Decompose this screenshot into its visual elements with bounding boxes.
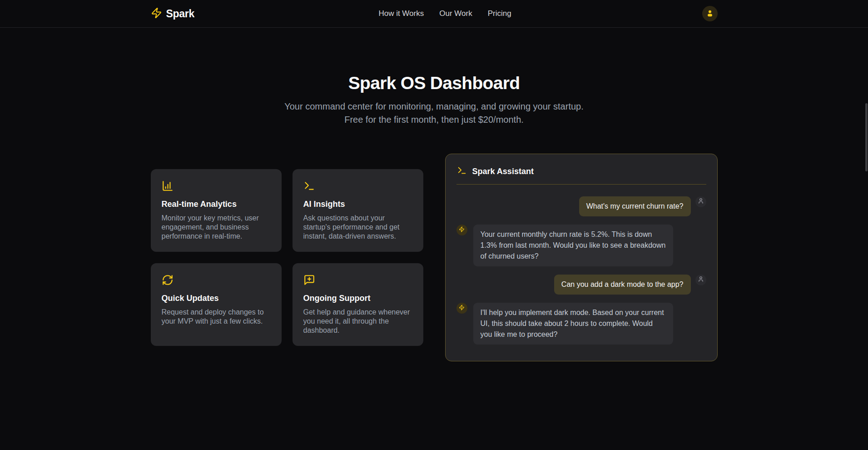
feature-title: Ongoing Support [303,294,412,303]
message-square-plus-icon [303,274,412,286]
nav-link-how-it-works[interactable]: How it Works [378,9,424,18]
feature-description: Get help and guidance whenever you need … [303,308,412,335]
feature-card-quick-updates: Quick Updates Request and deploy changes… [151,263,282,346]
zap-icon [151,7,162,20]
content-grid: Real-time Analytics Monitor your key met… [151,154,718,361]
site-header: Spark How it Works Our Work Pricing [0,0,868,28]
feature-title: Quick Updates [162,294,271,303]
zap-icon [459,304,465,312]
chat-message-user: Can you add a dark mode to the app? [456,275,706,295]
user-icon [706,9,714,19]
refresh-icon [162,274,271,286]
assistant-message-bubble: Your current monthly churn rate is 5.2%.… [473,225,673,266]
user-icon [698,198,704,206]
user-avatar [695,196,706,207]
brand-logo[interactable]: Spark [151,7,194,20]
user-message-bubble: Can you add a dark mode to the app? [554,275,691,295]
brand-name: Spark [166,8,194,20]
feature-description: Ask questions about your startup's perfo… [303,214,412,241]
chat-message-assistant: I'll help you implement dark mode. Based… [456,303,706,345]
zap-icon [459,226,465,234]
feature-description: Request and deploy changes to your MVP w… [162,308,271,326]
main-content: Spark OS Dashboard Your command center f… [151,28,718,361]
chat-message-user: What's my current churn rate? [456,196,706,216]
feature-description: Monitor your key metrics, user engagemen… [162,214,271,241]
user-icon [698,276,704,284]
assistant-message-bubble: I'll help you implement dark mode. Based… [473,303,673,345]
hero-section: Spark OS Dashboard Your command center f… [151,28,718,126]
feature-title: AI Insights [303,200,412,209]
assistant-panel-title: Spark Assistant [472,167,534,176]
user-message-bubble: What's my current churn rate? [579,196,691,216]
terminal-icon [303,180,412,192]
features-grid: Real-time Analytics Monitor your key met… [151,169,423,346]
terminal-icon [457,165,467,177]
spark-assistant-panel: Spark Assistant What's my current churn … [445,154,718,361]
assistant-avatar [456,303,467,314]
chat-message-assistant: Your current monthly churn rate is 5.2%.… [456,225,706,266]
nav-link-pricing[interactable]: Pricing [488,9,511,18]
page-scrollbar-thumb[interactable] [865,103,868,171]
assistant-panel-header: Spark Assistant [456,165,706,177]
hero-subtitle: Your command center for monitoring, mana… [275,100,593,126]
bar-chart-icon [162,180,271,192]
feature-card-ai-insights: AI Insights Ask questions about your sta… [293,169,423,252]
assistant-avatar [456,225,467,235]
user-avatar [695,275,706,285]
main-nav: How it Works Our Work Pricing [378,9,511,18]
account-avatar-button[interactable] [702,6,718,21]
chat-messages: What's my current churn rate? Your curre… [456,196,706,345]
feature-title: Real-time Analytics [162,200,271,209]
feature-card-ongoing-support: Ongoing Support Get help and guidance wh… [293,263,423,346]
feature-card-realtime-analytics: Real-time Analytics Monitor your key met… [151,169,282,252]
page-title: Spark OS Dashboard [151,73,718,94]
nav-link-our-work[interactable]: Our Work [439,9,472,18]
panel-divider [456,184,706,185]
